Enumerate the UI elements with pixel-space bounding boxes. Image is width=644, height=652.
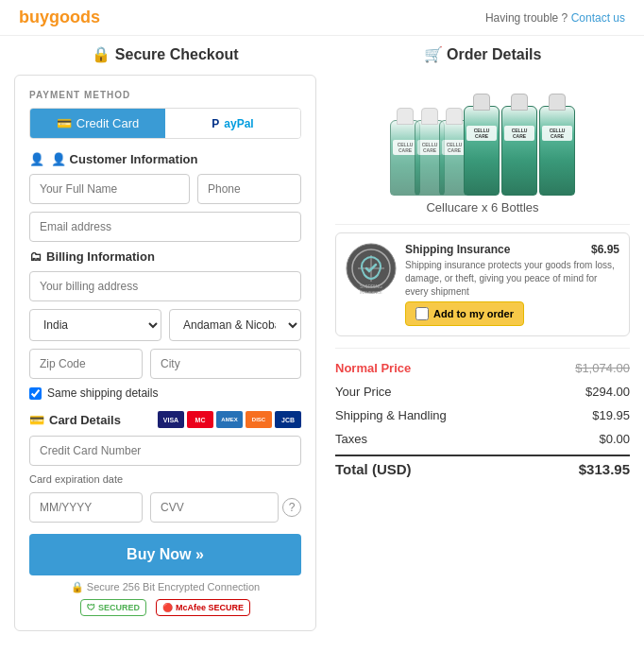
card-details-title: 💳 Card Details [29, 413, 121, 427]
left-panel: 🔒 Secure Checkout PAYMENT METHOD 💳 Credi… [14, 45, 316, 631]
normal-price-value: $1,074.00 [575, 361, 630, 375]
billing-address-row [29, 271, 301, 301]
jcb-icon: JCB [275, 411, 301, 428]
state-select[interactable]: Andaman & Nicobar [169, 309, 301, 341]
country-select[interactable]: India [29, 309, 161, 341]
paypal-tab[interactable]: PayPal [165, 109, 300, 138]
email-input[interactable] [29, 212, 301, 242]
city-input[interactable] [150, 349, 301, 379]
mastercard-icon: MC [187, 411, 213, 428]
discover-icon: DISC [246, 411, 272, 428]
shipping-row: Shipping & Handling $19.95 [335, 403, 630, 427]
country-state-row: India Andaman & Nicobar [29, 309, 301, 341]
shipping-insurance-box: SHIPPING INSURANCE Shipping Insurance $6… [335, 232, 630, 336]
svg-text:INSURANCE: INSURANCE [360, 290, 382, 295]
secure-text: 🔒 Secure 256 Bit Encrypted Connection [29, 581, 301, 593]
buy-now-button[interactable]: Buy Now » [29, 534, 301, 575]
main-container: 🔒 Secure Checkout PAYMENT METHOD 💳 Credi… [0, 36, 644, 641]
card-icon: 💳 [29, 413, 44, 427]
card-number-row [29, 436, 301, 466]
billing-info-title: 🗂 Billing Information [29, 249, 301, 264]
your-price-row: Your Price $294.00 [335, 380, 630, 403]
zip-input[interactable] [29, 349, 143, 379]
add-order-label: Add to my order [433, 308, 514, 319]
visa-icon: VISA [158, 411, 184, 428]
same-shipping-checkbox[interactable] [29, 387, 42, 400]
bottle-front-1: CELLUCARE [464, 106, 500, 196]
logo: buygoods [19, 8, 100, 27]
expiry-input[interactable] [29, 492, 143, 523]
taxes-value: $0.00 [599, 432, 630, 446]
shipping-badge-icon: SHIPPING INSURANCE [346, 243, 398, 295]
phone-input[interactable] [197, 174, 301, 204]
total-label: Total (USD) [335, 461, 412, 477]
shipping-insurance-content: Shipping Insurance $6.95 Shipping insura… [405, 243, 619, 326]
bottle-label: CELLUCARE [542, 126, 572, 141]
secure-checkout-title: 🔒 Secure Checkout [14, 45, 316, 63]
card-expiry-label: Card expiration date [29, 473, 301, 485]
trust-badges: 🛡 SECURED 🔴 McAfee SECURE [29, 599, 301, 616]
zip-city-row [29, 349, 301, 379]
product-image-area: CELLUCARE CELLUCARE CELLUCARE CELLUCARE … [335, 73, 630, 214]
normal-price-label: Normal Price [335, 361, 411, 375]
cvv-group: ? [150, 492, 301, 523]
checkout-box: PAYMENT METHOD 💳 Credit Card PayPal 👤 👤 … [14, 75, 316, 631]
shipping-label: Shipping & Handling [335, 408, 447, 422]
mcafee-badge: 🔴 McAfee SECURE [156, 599, 250, 616]
your-price-label: Your Price [335, 385, 392, 399]
credit-card-icon: 💳 [57, 116, 72, 130]
billing-address-input[interactable] [29, 271, 301, 301]
header-right: Having trouble ? Contact us [485, 11, 625, 25]
mcafee-icon: 🔴 [162, 603, 173, 612]
amex-icon: AMEX [216, 411, 243, 428]
product-name: Cellucare x 6 Bottles [335, 200, 630, 214]
total-row: Total (USD) $313.95 [335, 455, 630, 482]
credit-card-tab-label: Credit Card [76, 116, 139, 130]
shipping-insurance-title: Shipping Insurance [405, 243, 510, 256]
taxes-row: Taxes $0.00 [335, 427, 630, 451]
logo-accent: goods [49, 8, 100, 26]
trouble-text: Having trouble ? [485, 11, 568, 25]
right-panel: 🛒 Order Details CELLUCARE CELLUCARE CELL… [316, 45, 630, 631]
add-to-order-button[interactable]: Add to my order [405, 301, 524, 326]
payment-tabs: 💳 Credit Card PayPal [29, 108, 301, 139]
shipping-insurance-price: $6.95 [591, 243, 619, 256]
payment-method-label: PAYMENT METHOD [29, 90, 301, 100]
credit-card-tab[interactable]: 💳 Credit Card [30, 109, 165, 138]
card-icons: VISA MC AMEX DISC JCB [158, 411, 301, 428]
order-details-title: 🛒 Order Details [335, 45, 630, 63]
same-shipping-row: Same shipping details [29, 386, 301, 400]
cvv-input[interactable] [150, 492, 279, 523]
email-row [29, 212, 301, 242]
bottle-label: CELLUCARE [504, 126, 534, 141]
header: buygoods Having trouble ? Contact us [0, 0, 644, 36]
bottle-front-2: CELLUCARE [501, 106, 537, 196]
add-order-checkbox[interactable] [415, 307, 429, 320]
expiry-cvv-row: ? [29, 492, 301, 523]
taxes-label: Taxes [335, 432, 367, 446]
normal-price-row: Normal Price $1,074.00 [335, 356, 630, 380]
bottles-container: CELLUCARE CELLUCARE CELLUCARE CELLUCARE … [335, 73, 630, 196]
bottle-front-3: CELLUCARE [539, 106, 575, 196]
contact-link[interactable]: Contact us [571, 11, 625, 25]
name-phone-row [29, 174, 301, 204]
total-value: $313.95 [579, 461, 630, 477]
shipping-value: $19.95 [592, 408, 630, 422]
svg-text:SHIPPING: SHIPPING [360, 283, 382, 289]
card-details-header: 💳 Card Details VISA MC AMEX DISC JCB [29, 411, 301, 428]
card-number-input[interactable] [29, 436, 301, 466]
logo-text: buy [19, 8, 49, 26]
full-name-input[interactable] [29, 174, 190, 204]
same-shipping-label: Same shipping details [47, 386, 158, 400]
billing-icon: 🗂 [29, 249, 42, 264]
customer-info-title: 👤 👤 Customer Information [29, 152, 301, 166]
your-price-value: $294.00 [585, 385, 630, 399]
shipping-insurance-desc: Shipping insurance protects your goods f… [405, 259, 619, 299]
shield-icon: 🛡 [87, 603, 95, 612]
bottle-label: CELLUCARE [466, 126, 497, 141]
price-section: Normal Price $1,074.00 Your Price $294.0… [335, 348, 630, 482]
cvv-help-icon[interactable]: ? [282, 498, 301, 517]
secured-badge: 🛡 SECURED [80, 599, 146, 616]
paypal-icon: P [212, 117, 219, 130]
